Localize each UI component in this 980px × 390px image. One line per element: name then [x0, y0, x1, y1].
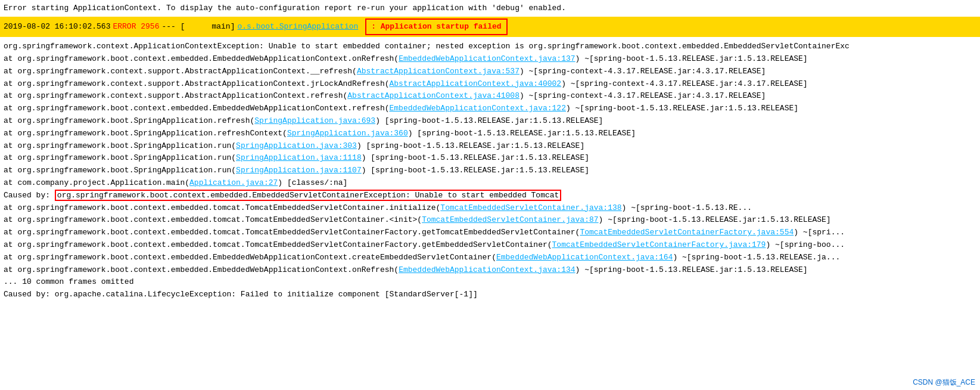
error-highlight-line: 2019-08-02 16:10:02.563 ERROR 2956 --- […: [0, 17, 980, 38]
error-level: ERROR 2956: [113, 21, 159, 33]
frame-4: at org.springframework.boot.context.embe…: [4, 103, 976, 115]
caused-frame-1: at org.springframework.boot.context.embe…: [4, 214, 976, 227]
frame-10: at com.company.project.Application.main(…: [4, 177, 976, 190]
info-line: Error starting ApplicationContext. To di…: [0, 0, 980, 17]
caused-frame-4: at org.springframework.boot.context.embe…: [4, 252, 976, 264]
frame-9: at org.springframework.boot.SpringApplic…: [4, 165, 976, 177]
thread-name: main]: [187, 21, 235, 33]
caused-by-1: Caused by: org.springframework.boot.cont…: [4, 190, 976, 202]
caused-frame-2: at org.springframework.boot.context.embe…: [4, 227, 976, 239]
frame-8: at org.springframework.boot.SpringApplic…: [4, 152, 976, 165]
frame-5: at org.springframework.boot.SpringApplic…: [4, 115, 976, 128]
application-startup-failed-box: : Application startup failed: [365, 18, 507, 36]
caused-by-2: Caused by: org.apache.catalina.Lifecycle…: [4, 289, 976, 301]
colon-space: [360, 21, 365, 33]
frame-7: at org.springframework.boot.SpringApplic…: [4, 140, 976, 153]
main-exception-line: org.springframework.context.ApplicationC…: [4, 41, 976, 53]
separator: --- [: [161, 21, 185, 33]
frame-3: at org.springframework.context.support.A…: [4, 90, 976, 103]
watermark: CSDN @猫饭_ACE: [913, 377, 975, 388]
frame-1: at org.springframework.context.support.A…: [4, 66, 976, 78]
info-text: Error starting ApplicationContext. To di…: [4, 4, 566, 13]
frame-6: at org.springframework.boot.SpringApplic…: [4, 128, 976, 140]
frame-2: at org.springframework.context.support.A…: [4, 78, 976, 91]
stack-trace-area: org.springframework.context.ApplicationC…: [0, 37, 980, 305]
omitted-frames: ... 10 common frames omitted: [4, 276, 976, 289]
frame-0: at org.springframework.boot.context.embe…: [4, 53, 976, 66]
caused-frame-0: at org.springframework.boot.context.embe…: [4, 202, 976, 215]
caused-frame-5: at org.springframework.boot.context.embe…: [4, 264, 976, 277]
timestamp: 2019-08-02 16:10:02.563: [4, 21, 110, 33]
main-exception-text: org.springframework.context.ApplicationC…: [4, 42, 850, 51]
logger-name: o.s.boot.SpringApplication: [237, 21, 358, 33]
caused-frame-3: at org.springframework.boot.context.embe…: [4, 239, 976, 252]
caused-by-box: org.springframework.boot.context.embedde…: [55, 190, 562, 201]
